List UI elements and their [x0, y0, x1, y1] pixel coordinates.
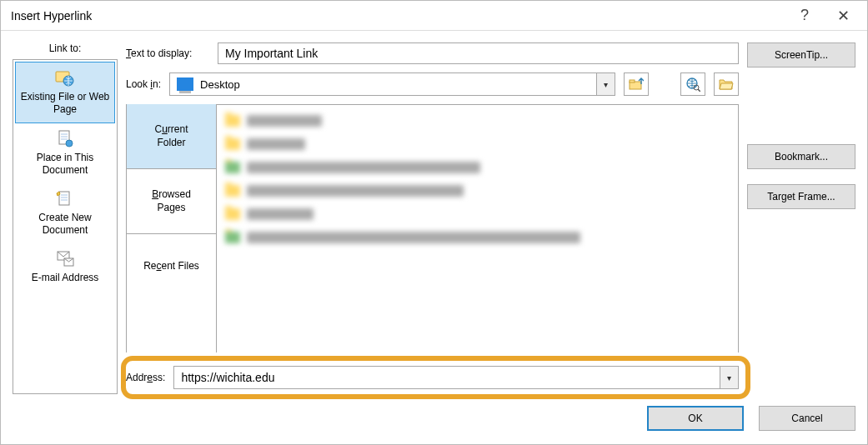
subtab-list: CurrentFolder BrowsedPages Recent Files [127, 104, 217, 352]
browse-web-button[interactable] [680, 72, 705, 96]
cancel-button[interactable]: Cancel [759, 406, 855, 431]
file-browser: CurrentFolder BrowsedPages Recent Files [126, 104, 739, 352]
email-icon [55, 250, 75, 268]
subtab-current-folder[interactable]: CurrentFolder [127, 104, 216, 169]
file-list[interactable] [217, 104, 739, 352]
globe-folder-icon [55, 69, 75, 88]
browse-file-button[interactable] [714, 72, 739, 96]
help-icon: ? [800, 7, 809, 24]
list-item[interactable] [225, 135, 730, 153]
svg-rect-8 [630, 80, 635, 82]
subtab-recent-files[interactable]: Recent Files [127, 234, 216, 299]
list-item[interactable] [225, 112, 730, 130]
address-input[interactable] [174, 368, 720, 388]
text-to-display-label: Text to display: [126, 48, 209, 59]
subtab-browsed-pages[interactable]: BrowsedPages [127, 169, 216, 234]
svg-rect-4 [59, 192, 69, 205]
desktop-icon [177, 78, 193, 91]
svg-point-3 [66, 140, 73, 147]
link-to-place-in-document[interactable]: Place in This Document [15, 123, 115, 183]
document-anchor-icon [55, 130, 75, 148]
link-to-panel: Link to: Existing File or Web Page [13, 42, 118, 394]
list-item[interactable] [225, 158, 730, 177]
list-item[interactable] [225, 228, 730, 247]
address-label: Address: [126, 372, 165, 383]
link-to-item-label: Existing File or Web Page [21, 91, 109, 115]
text-to-display-row: Text to display: [126, 42, 739, 64]
up-one-level-button[interactable] [624, 72, 649, 96]
link-to-create-new-document[interactable]: Create New Document [15, 183, 115, 243]
link-to-existing-file[interactable]: Existing File or Web Page [15, 62, 115, 123]
globe-search-icon [685, 77, 700, 92]
look-in-value: Desktop [200, 78, 596, 91]
dialog-footer: OK Cancel [1, 406, 867, 444]
new-document-icon [55, 190, 75, 208]
close-button[interactable]: ✕ [824, 3, 862, 28]
link-to-item-label: Place in This Document [37, 152, 93, 176]
link-to-item-label: Create New Document [38, 212, 91, 236]
link-to-list: Existing File or Web Page Place in This … [13, 59, 118, 394]
address-combo[interactable]: ▾ [173, 366, 739, 389]
screentip-button[interactable]: ScreenTip... [747, 42, 855, 68]
link-to-item-label: E-mail Address [32, 272, 99, 283]
chevron-down-icon: ▾ [727, 373, 731, 382]
insert-hyperlink-dialog: Insert Hyperlink ? ✕ Link to: Existing F… [0, 0, 868, 445]
list-item[interactable] [225, 182, 730, 200]
close-icon: ✕ [837, 7, 850, 25]
titlebar: Insert Hyperlink ? ✕ [1, 1, 867, 31]
folder-open-icon [719, 78, 734, 91]
address-row: Address: ▾ [126, 361, 739, 394]
look-in-dropdown-button[interactable]: ▾ [596, 73, 615, 95]
bookmark-button[interactable]: Bookmark... [747, 144, 855, 169]
dialog-title: Insert Hyperlink [11, 9, 785, 22]
look-in-combo[interactable]: Desktop ▾ [169, 72, 615, 96]
folder-up-icon [629, 77, 644, 92]
look-in-row: Look in: Desktop ▾ [126, 72, 739, 96]
dialog-body: Link to: Existing File or Web Page [1, 31, 867, 406]
right-button-column: ScreenTip... Bookmark... Target Frame... [747, 42, 855, 394]
link-to-label: Link to: [13, 42, 118, 54]
ok-button[interactable]: OK [647, 406, 744, 431]
link-to-email-address[interactable]: E-mail Address [15, 243, 115, 291]
target-frame-button[interactable]: Target Frame... [747, 184, 855, 209]
center-panel: Text to display: Look in: Desktop ▾ [126, 42, 739, 394]
address-dropdown-button[interactable]: ▾ [720, 367, 738, 388]
look-in-label: Look in: [126, 78, 161, 90]
list-item[interactable] [225, 205, 730, 223]
text-to-display-input[interactable] [218, 42, 739, 64]
help-button[interactable]: ? [785, 3, 824, 28]
chevron-down-icon: ▾ [604, 80, 608, 89]
